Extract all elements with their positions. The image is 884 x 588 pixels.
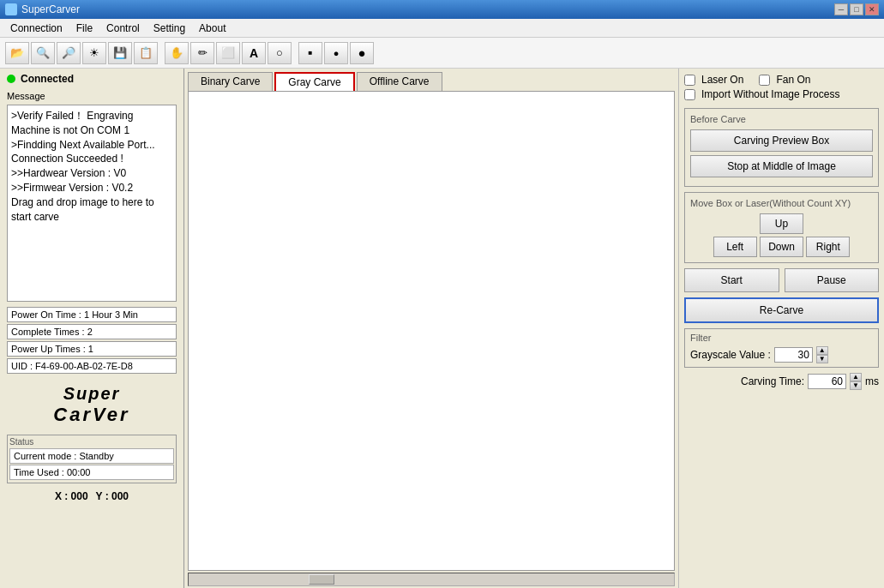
power-on-time: Power On Time : 1 Hour 3 Min (7, 307, 177, 322)
message-label: Message (0, 89, 183, 103)
grayscale-down-button[interactable]: ▼ (816, 355, 828, 363)
ms-label: ms (865, 375, 879, 387)
x-coord: X : 000 (55, 490, 88, 506)
recarve-button[interactable]: Re-Carve (684, 297, 879, 323)
carving-time-up-button[interactable]: ▲ (850, 373, 862, 381)
move-up-button[interactable]: Up (760, 213, 803, 234)
laser-on-row: Laser On Fan On (684, 74, 879, 86)
dot-med-button[interactable]: ● (324, 42, 348, 64)
window-controls: ─ □ ✕ (834, 3, 879, 15)
fan-on-label: Fan On (776, 74, 810, 86)
move-box-group: Move Box or Laser(Without Count XY) Up L… (684, 192, 879, 263)
message-line-9: Drag and drop image to here to start car… (11, 195, 172, 225)
move-left-button[interactable]: Left (713, 237, 757, 257)
laser-fan-row: Laser On Fan On Import Without Image Pro… (684, 74, 879, 103)
dot-large-button[interactable]: ● (350, 42, 374, 64)
message-line-6: >>Hardwear Version : V0 (11, 166, 172, 181)
message-box: >Verify Failed！ Engraving Machine is not… (7, 105, 177, 302)
info-section: Power On Time : 1 Hour 3 Min Complete Ti… (0, 303, 183, 379)
logo-carver: CarVer (5, 404, 178, 426)
logo-super: Super (5, 384, 178, 404)
current-mode: Current mode : Standby (9, 448, 174, 464)
move-box-title: Move Box or Laser(Without Count XY) (690, 198, 873, 208)
right-panel: Laser On Fan On Import Without Image Pro… (678, 69, 884, 588)
copy-button[interactable]: 📋 (134, 42, 158, 64)
start-button[interactable]: Start (684, 268, 779, 292)
connected-row: Connected (0, 69, 183, 89)
coords-row: X : 000 Y : 000 (0, 487, 183, 509)
before-carve-title: Before Carve (690, 114, 873, 124)
menu-file[interactable]: File (69, 21, 99, 36)
grayscale-label: Grayscale Value : (690, 349, 771, 361)
menu-connection[interactable]: Connection (3, 21, 69, 36)
menu-control[interactable]: Control (99, 21, 147, 36)
center-panel: Binary Carve Gray Carve Offline Carve (184, 69, 678, 588)
horizontal-scrollbar[interactable] (188, 573, 675, 586)
tab-offline-carve[interactable]: Offline Carve (357, 72, 442, 91)
dot-small-button[interactable]: ■ (298, 42, 322, 64)
eraser-button[interactable]: ⬜ (216, 42, 240, 64)
move-down-button[interactable]: Down (760, 237, 803, 257)
message-line-2: >Findding Next Available Port... (11, 138, 172, 153)
grayscale-up-button[interactable]: ▲ (816, 346, 828, 355)
carving-time-spinner: ▲ ▼ (850, 373, 862, 390)
tabs-row: Binary Carve Gray Carve Offline Carve (184, 69, 678, 91)
zoom-in-button[interactable]: 🔍 (31, 42, 55, 64)
import-without-row: Import Without Image Process (684, 88, 879, 100)
carving-time-label: Carving Time: (741, 375, 804, 387)
pen-button[interactable]: ✏ (190, 42, 214, 64)
power-up-times: Power Up Times : 1 (7, 341, 177, 357)
move-right-button[interactable]: Right (806, 237, 850, 257)
message-line-4: Connection Succeeded ! (11, 152, 172, 166)
laser-on-checkbox[interactable] (684, 75, 695, 86)
toolbar: 📂 🔍 🔎 ☀ 💾 📋 ✋ ✏ ⬜ A ○ ■ ● ● (0, 38, 884, 69)
import-without-label: Import Without Image Process (701, 88, 839, 100)
app-title: SuperCarver (21, 3, 834, 15)
message-line-0: >Verify Failed！ Engraving Machine is not… (11, 109, 172, 138)
text-button[interactable]: A (242, 42, 266, 64)
tab-binary-carve[interactable]: Binary Carve (188, 72, 273, 91)
status-box: Status Current mode : Standby Time Used … (7, 435, 177, 483)
time-used: Time Used : 00:00 (9, 465, 174, 480)
tab-gray-carve[interactable]: Gray Carve (274, 72, 354, 91)
pause-button[interactable]: Pause (785, 268, 880, 292)
close-button[interactable]: ✕ (865, 3, 879, 15)
laser-on-label: Laser On (701, 74, 743, 86)
left-panel: Connected Message >Verify Failed！ Engrav… (0, 69, 184, 588)
menu-bar: Connection File Control Setting About (0, 19, 884, 38)
main-container: Connected Message >Verify Failed！ Engrav… (0, 69, 884, 588)
filter-row: Grayscale Value : ▲ ▼ (690, 346, 873, 363)
connected-indicator (7, 75, 15, 83)
import-without-checkbox[interactable] (684, 89, 695, 100)
complete-times: Complete Times : 2 (7, 324, 177, 339)
logo-area: Super CarVer (0, 379, 183, 431)
filter-box: Filter Grayscale Value : ▲ ▼ (684, 328, 879, 368)
menu-setting[interactable]: Setting (147, 21, 192, 36)
uid: UID : F4-69-00-AB-02-7E-D8 (7, 358, 177, 374)
scrollbar-thumb[interactable] (309, 574, 334, 585)
y-coord: Y : 000 (96, 490, 129, 506)
carving-preview-box-button[interactable]: Carving Preview Box (690, 129, 873, 152)
carving-time-row: Carving Time: ▲ ▼ ms (741, 373, 879, 390)
maximize-button[interactable]: □ (850, 3, 863, 15)
carving-time-input[interactable] (808, 374, 846, 389)
save-button[interactable]: 💾 (108, 42, 132, 64)
zoom-out-button[interactable]: 🔎 (57, 42, 81, 64)
connected-label: Connected (21, 73, 74, 85)
canvas-area[interactable] (188, 91, 675, 571)
minimize-button[interactable]: ─ (834, 3, 848, 15)
filter-title: Filter (690, 333, 873, 343)
carving-time-down-button[interactable]: ▼ (850, 381, 862, 390)
grayscale-input[interactable] (774, 347, 813, 363)
open-button[interactable]: 📂 (5, 42, 29, 64)
move-button[interactable]: ✋ (165, 42, 189, 64)
shape-button[interactable]: ○ (268, 42, 292, 64)
title-bar: SuperCarver ─ □ ✕ (0, 0, 884, 19)
start-pause-row: Start Pause (684, 268, 879, 292)
brightness-button[interactable]: ☀ (82, 42, 106, 64)
fan-on-checkbox[interactable] (759, 75, 770, 86)
menu-about[interactable]: About (192, 21, 232, 36)
stop-at-middle-button[interactable]: Stop at Middle of Image (690, 155, 873, 177)
app-icon (5, 3, 17, 15)
message-line-7: >>Firmwear Version : V0.2 (11, 181, 172, 195)
